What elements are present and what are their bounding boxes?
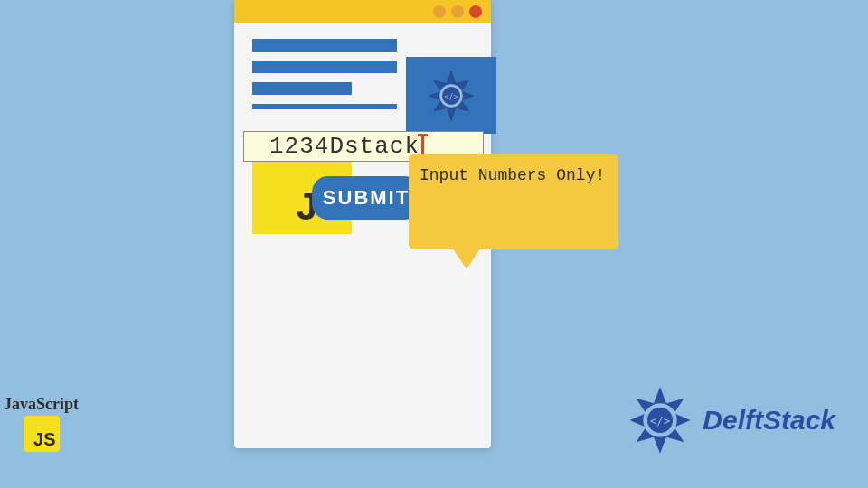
window-control-dot[interactable] [469, 5, 482, 18]
badge-abbr: JS [33, 429, 55, 450]
submit-label: SUBMIT [323, 186, 410, 210]
svg-text:</>: </> [444, 91, 458, 100]
placeholder-line [252, 82, 352, 95]
window-control-dot[interactable] [433, 5, 446, 18]
star-gear-icon: </> [625, 385, 695, 455]
badge-square: JS [24, 416, 60, 452]
input-value: 1234Dstack [269, 133, 420, 160]
brand-footer: </> DelftStack [625, 385, 835, 455]
placeholder-line [252, 61, 397, 73]
svg-text:</>: </> [650, 414, 671, 427]
window-control-dot[interactable] [451, 5, 464, 18]
star-gear-icon: </> [424, 69, 478, 123]
tooltip-message: Input Numbers Only! [420, 166, 605, 184]
badge-label: JavaScript [4, 395, 79, 414]
placeholder-thin-line [252, 104, 397, 109]
header-logo-box: </> [406, 57, 496, 134]
placeholder-line [252, 39, 397, 52]
validation-tooltip: Input Numbers Only! [409, 154, 618, 249]
submit-button[interactable]: SUBMIT [312, 176, 420, 220]
window-titlebar [234, 0, 491, 23]
brand-name: DelftStack [703, 405, 835, 436]
brand-logo: </> [625, 385, 695, 455]
javascript-badge: JavaScript JS [4, 395, 79, 452]
